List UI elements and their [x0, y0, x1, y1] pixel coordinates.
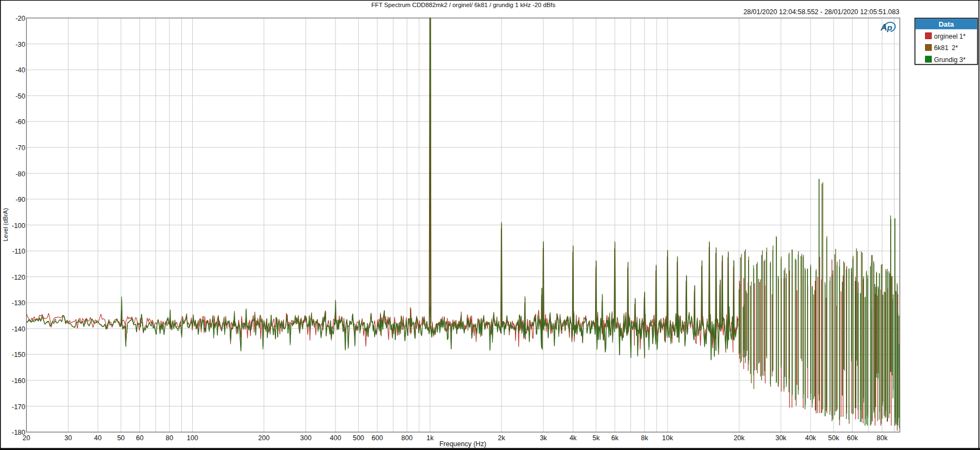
svg-text:40: 40	[94, 434, 102, 442]
svg-text:Data: Data	[939, 20, 954, 28]
svg-text:1k: 1k	[426, 434, 434, 442]
svg-text:800: 800	[401, 434, 413, 442]
svg-text:60k: 60k	[847, 434, 859, 442]
svg-text:Frequency (Hz): Frequency (Hz)	[439, 440, 486, 448]
svg-text:p: p	[886, 23, 892, 32]
svg-text:600: 600	[372, 434, 383, 442]
svg-text:30: 30	[64, 434, 72, 442]
svg-text:20: 20	[23, 434, 30, 442]
svg-text:400: 400	[330, 434, 341, 442]
svg-text:500: 500	[353, 434, 364, 442]
svg-text:-100: -100	[11, 222, 25, 230]
svg-text:10k: 10k	[662, 434, 673, 442]
svg-text:2k: 2k	[498, 434, 505, 442]
svg-text:orgineel: orgineel	[934, 33, 958, 40]
svg-text:5k: 5k	[592, 434, 600, 442]
svg-text:100: 100	[187, 434, 198, 442]
svg-text:Level (dBrA): Level (dBrA)	[2, 208, 9, 241]
svg-text:50: 50	[117, 434, 125, 442]
svg-text:80: 80	[166, 434, 173, 442]
svg-text:-160: -160	[11, 377, 25, 385]
svg-text:-80: -80	[15, 170, 25, 178]
svg-text:Grundig: Grundig	[934, 56, 958, 64]
svg-text:3*: 3*	[959, 56, 966, 64]
svg-text:80k: 80k	[877, 434, 888, 442]
svg-text:40k: 40k	[805, 434, 817, 442]
svg-text:50k: 50k	[828, 434, 840, 442]
svg-text:28/01/2020 12:04:58.552 - 28/0: 28/01/2020 12:04:58.552 - 28/01/2020 12:…	[743, 8, 899, 16]
svg-text:-20: -20	[15, 15, 25, 22]
svg-text:-140: -140	[11, 325, 25, 333]
svg-text:6k: 6k	[611, 434, 619, 442]
svg-text:-120: -120	[11, 274, 25, 281]
svg-text:-40: -40	[15, 66, 25, 74]
svg-text:30k: 30k	[775, 434, 787, 442]
svg-text:6k81: 6k81	[934, 44, 949, 52]
svg-text:-110: -110	[12, 248, 25, 255]
svg-text:8k: 8k	[641, 434, 648, 442]
svg-text:-170: -170	[11, 403, 25, 411]
svg-text:20k: 20k	[733, 434, 745, 442]
svg-text:-30: -30	[15, 41, 25, 48]
svg-text:-60: -60	[15, 118, 25, 126]
svg-text:-130: -130	[11, 299, 25, 307]
svg-text:300: 300	[300, 434, 311, 442]
svg-text:A: A	[880, 22, 887, 32]
svg-text:-70: -70	[15, 144, 25, 152]
svg-text:1*: 1*	[959, 33, 966, 40]
svg-text:FFT Spectrum CDD882mk2 / orgin: FFT Spectrum CDD882mk2 / orginel/ 6k81 /…	[371, 2, 556, 8]
svg-text:4k: 4k	[569, 434, 577, 442]
svg-text:60: 60	[136, 434, 144, 442]
svg-text:2*: 2*	[952, 44, 958, 52]
svg-text:200: 200	[258, 434, 270, 442]
svg-text:-90: -90	[15, 196, 25, 204]
svg-text:-50: -50	[15, 93, 25, 100]
svg-text:3k: 3k	[540, 434, 547, 442]
svg-text:-150: -150	[11, 351, 25, 359]
